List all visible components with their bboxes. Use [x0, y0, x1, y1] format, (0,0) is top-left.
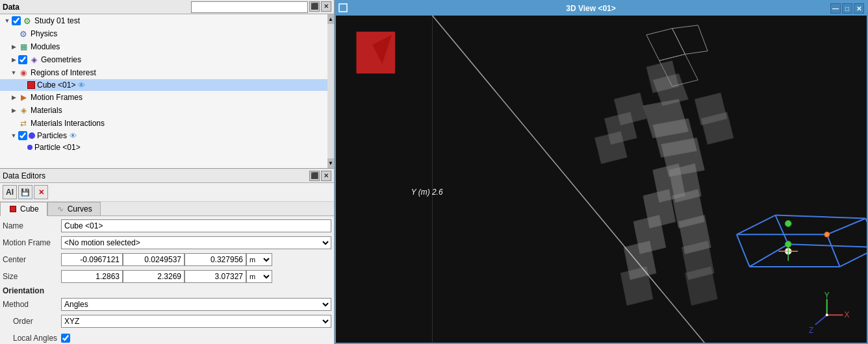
motion-frame-select[interactable]: <No motion selected>	[61, 236, 331, 249]
motion-icon: ▶	[18, 92, 29, 103]
close-data-btn[interactable]: ✕	[321, 1, 331, 12]
tab-cube[interactable]: Cube	[0, 202, 47, 216]
ai-button[interactable]: AI	[3, 185, 17, 199]
size-y-input[interactable]	[123, 270, 185, 283]
scrollbar-v[interactable]: ▲ ▼	[327, 14, 334, 168]
editors-panel: Data Editors ⬛ ✕ AI 💾 ✕ Cube ∿ Curves	[0, 169, 334, 344]
physics-icon: ⚙	[18, 29, 29, 39]
material-icon: ◈	[18, 105, 29, 116]
tree-item-materials[interactable]: ▶ ◈ Materials	[0, 104, 334, 117]
eye-icon-particles[interactable]: 👁	[70, 132, 77, 140]
checkbox-study[interactable]	[12, 16, 21, 25]
checkbox-particles[interactable]	[18, 131, 27, 140]
expand-btn[interactable]: ⬛	[309, 1, 320, 12]
editors-toolbar: AI 💾 ✕	[0, 183, 334, 202]
motion-frame-label: Motion Frame	[3, 238, 61, 247]
tree-item-cube[interactable]: ▶ Cube <01> 👁	[0, 79, 334, 91]
particles-label: Particles	[37, 131, 67, 140]
tree-item-study[interactable]: ▼ ⚙ Study 01 test	[0, 14, 334, 27]
view-header: 3D View <01> — □ ✕	[336, 1, 867, 16]
scroll-down-btn[interactable]: ▼	[327, 158, 334, 168]
left-panel: Data ⬛ ✕ ▼ ⚙ Study 01 test ▶ ⚙ Physics	[0, 0, 335, 344]
method-row: Method Angles	[3, 297, 331, 312]
svg-rect-1	[337, 16, 866, 343]
motion-frame-row: Motion Frame <No motion selected>	[3, 236, 331, 250]
center-label: Center	[3, 255, 61, 264]
matint-icon: ⇄	[18, 118, 29, 129]
tree-item-particle01[interactable]: ▶ Particle <01>	[0, 141, 334, 153]
cube-label: Cube <01>	[37, 80, 75, 90]
expand-editors-btn[interactable]: ⬛	[309, 171, 320, 181]
center-x-input[interactable]	[61, 253, 123, 266]
view-icon	[338, 3, 351, 14]
particle01-label: Particle <01>	[34, 143, 81, 152]
size-z-input[interactable]	[185, 270, 246, 283]
geometries-label: Geometries	[41, 55, 81, 64]
data-panel-header: Data ⬛ ✕	[0, 0, 334, 14]
local-angles-row: Local Angles	[3, 331, 331, 344]
tree-item-geometries[interactable]: ▶ ◈ Geometries	[0, 53, 334, 66]
svg-text:X: X	[845, 310, 850, 319]
cube-tab-icon	[8, 204, 18, 214]
tree-item-matint[interactable]: ▶ ⇄ Materials Interactions	[0, 117, 334, 130]
geom-icon: ◈	[29, 55, 39, 65]
data-panel-title: Data	[3, 3, 19, 12]
matint-label: Materials Interactions	[31, 119, 105, 128]
center-z-input[interactable]	[185, 253, 246, 266]
tab-curves[interactable]: ∿ Curves	[47, 202, 101, 215]
name-label: Name	[3, 221, 61, 230]
right-panel: 3D View <01> — □ ✕	[335, 0, 868, 344]
center-row: Center m	[3, 252, 331, 267]
editors-title: Data Editors	[3, 171, 45, 180]
arrow-geometries: ▶	[9, 55, 18, 64]
maximize-btn[interactable]: □	[842, 3, 852, 14]
close-view-btn[interactable]: ✕	[854, 3, 864, 14]
3d-scene-svg: Y (m) 2.6 X Y Z	[336, 16, 867, 343]
roi-label: Regions of Interest	[31, 68, 96, 77]
svg-rect-0	[339, 4, 347, 12]
name-input[interactable]	[61, 219, 331, 232]
checkbox-geometries[interactable]	[18, 55, 27, 64]
scroll-up-btn[interactable]: ▲	[327, 14, 334, 24]
editors-header-controls: ⬛ ✕	[309, 171, 331, 181]
view-title: 3D View <01>	[566, 4, 616, 13]
tree-item-motion[interactable]: ▶ ▶ Motion Frames	[0, 91, 334, 104]
arrow-modules: ▶	[9, 42, 18, 51]
editors-tabs: Cube ∿ Curves	[0, 202, 334, 216]
center-unit-select[interactable]: m	[246, 253, 272, 266]
size-x-input[interactable]	[61, 270, 123, 283]
size-label: Size	[3, 272, 61, 281]
local-angles-checkbox[interactable]	[61, 334, 70, 343]
roi-icon: ◉	[18, 68, 29, 78]
order-select[interactable]: XYZ	[61, 315, 331, 328]
tab-curves-label: Curves	[68, 204, 92, 214]
eye-icon-cube[interactable]: 👁	[78, 81, 85, 89]
arrow-materials: ▶	[9, 106, 18, 115]
modules-label: Modules	[31, 42, 60, 51]
save-button[interactable]: 💾	[18, 185, 32, 199]
arrow-study: ▼	[3, 16, 12, 25]
center-y-input[interactable]	[123, 253, 185, 266]
study-label: Study 01 test	[34, 16, 80, 25]
tree-item-roi[interactable]: ▼ ◉ Regions of Interest	[0, 66, 334, 79]
tree-item-physics[interactable]: ▶ ⚙ Physics	[0, 27, 334, 40]
particle-small-icon	[27, 145, 32, 150]
order-row: Order XYZ	[3, 314, 331, 328]
method-select[interactable]: Angles	[61, 298, 331, 311]
red-cube-icon	[27, 81, 35, 89]
view-controls: — □ ✕	[830, 3, 864, 14]
svg-point-54	[826, 313, 828, 316]
minimize-btn[interactable]: —	[830, 3, 841, 14]
arrow-particles: ▼	[9, 131, 18, 140]
motion-label: Motion Frames	[31, 93, 83, 102]
method-label: Method	[3, 300, 61, 309]
tree-item-particles[interactable]: ▼ Particles 👁	[0, 130, 334, 141]
close-editors-btn[interactable]: ✕	[321, 171, 331, 181]
delete-button[interactable]: ✕	[34, 185, 48, 199]
search-input[interactable]	[191, 1, 308, 13]
view-canvas[interactable]: Y (m) 2.6 X Y Z	[336, 16, 867, 343]
orientation-header: Orientation	[3, 286, 331, 295]
tree-item-modules[interactable]: ▶ ▦ Modules	[0, 40, 334, 53]
size-unit-select[interactable]: m	[246, 270, 272, 283]
data-tree-panel: Data ⬛ ✕ ▼ ⚙ Study 01 test ▶ ⚙ Physics	[0, 0, 334, 169]
